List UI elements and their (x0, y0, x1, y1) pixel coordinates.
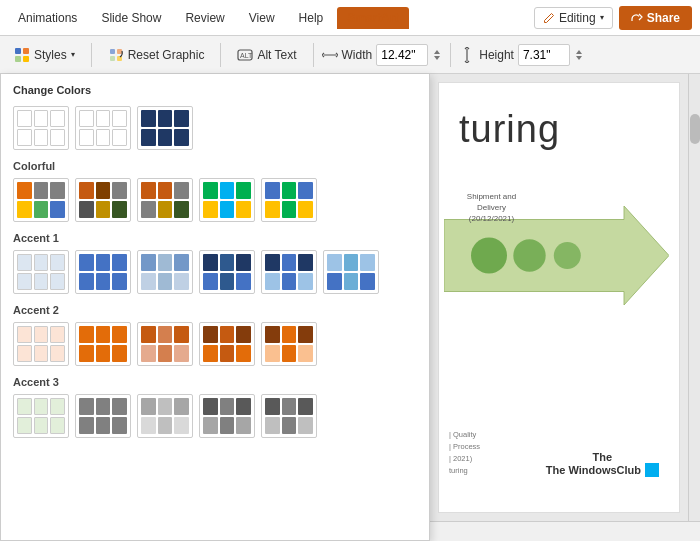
alt-text-button[interactable]: ALT Alt Text (229, 43, 304, 67)
height-field: Height (459, 44, 584, 66)
bottom-left-text: | Quality | Process | 2021) turing (449, 429, 480, 477)
swatch-a2-1[interactable] (13, 322, 69, 366)
menu-help[interactable]: Help (289, 7, 334, 29)
pencil-icon (543, 12, 555, 24)
slide-title: turing (459, 108, 560, 151)
width-icon (322, 47, 338, 63)
accent3-swatches (13, 394, 417, 438)
menu-smartart[interactable]: SmartArt (337, 7, 408, 29)
svg-text:ALT: ALT (240, 52, 253, 59)
alt-text-label: Alt Text (257, 48, 296, 62)
styles-label: Styles (34, 48, 67, 62)
swatch-dark[interactable] (137, 106, 193, 150)
svg-rect-6 (110, 56, 115, 61)
width-field: Width (322, 44, 443, 66)
svg-rect-2 (15, 56, 21, 62)
windows-icon (645, 463, 659, 477)
toolbar-separator-3 (313, 43, 314, 67)
height-icon (459, 47, 475, 63)
styles-chevron-icon: ▾ (71, 50, 75, 59)
height-input[interactable] (518, 44, 570, 66)
menu-slideshow[interactable]: Slide Show (91, 7, 171, 29)
styles-icon (14, 47, 30, 63)
swatch-colorful3[interactable] (137, 178, 193, 222)
menu-animations[interactable]: Animations (8, 7, 87, 29)
swatch-colorful1[interactable] (13, 178, 69, 222)
svg-point-12 (513, 239, 545, 271)
accent1-swatches (13, 250, 417, 294)
change-colors-panel: Change Colors (0, 74, 430, 541)
swatch-a3-5[interactable] (261, 394, 317, 438)
slide-content: turing Shipment and Delivery (20/12/2021… (438, 82, 680, 513)
svg-rect-3 (23, 56, 29, 62)
svg-point-13 (554, 242, 581, 269)
width-spinner-icon[interactable] (432, 47, 442, 63)
swatch-colorful4[interactable] (199, 178, 255, 222)
width-input[interactable] (376, 44, 428, 66)
reset-graphic-button[interactable]: Reset Graphic (100, 43, 213, 67)
share-icon (631, 12, 643, 24)
section-colorful-label: Colorful (13, 160, 417, 172)
section-accent1-label: Accent 1 (13, 232, 417, 244)
menu-review[interactable]: Review (175, 7, 234, 29)
swatch-a3-3[interactable] (137, 394, 193, 438)
swatch-colorful2[interactable] (75, 178, 131, 222)
height-spinner-icon[interactable] (574, 47, 584, 63)
share-label: Share (647, 11, 680, 25)
svg-rect-4 (110, 49, 115, 54)
panel-title: Change Colors (13, 84, 417, 96)
swatch-a2-2[interactable] (75, 322, 131, 366)
share-button[interactable]: Share (619, 6, 692, 30)
main-area: Change Colors (0, 74, 700, 541)
windowsclub-text: The The WindowsClub (546, 451, 659, 477)
toolbar: Styles ▾ Reset Graphic ALT Alt Text Widt… (0, 36, 700, 74)
toolbar-separator-2 (220, 43, 221, 67)
toolbar-separator-1 (91, 43, 92, 67)
svg-rect-0 (15, 48, 21, 54)
swatch-a2-3[interactable] (137, 322, 193, 366)
swatch-a1-3[interactable] (137, 250, 193, 294)
editing-label: Editing (559, 11, 596, 25)
swatch-a2-5[interactable] (261, 322, 317, 366)
colorful-swatches (13, 178, 417, 222)
swatch-colorful5[interactable] (261, 178, 317, 222)
swatch-a3-2[interactable] (75, 394, 131, 438)
editing-button[interactable]: Editing ▾ (534, 7, 613, 29)
height-label: Height (479, 48, 514, 62)
default-swatches (13, 106, 417, 150)
swatch-a2-4[interactable] (199, 322, 255, 366)
shipment-text: Shipment and Delivery (20/12/2021) (454, 191, 529, 225)
scrollbar-right[interactable] (688, 74, 700, 521)
swatch-outline1[interactable] (13, 106, 69, 150)
editing-chevron-icon: ▾ (600, 13, 604, 22)
menu-view[interactable]: View (239, 7, 285, 29)
width-label: Width (342, 48, 373, 62)
swatch-a1-4[interactable] (199, 250, 255, 294)
swatch-a1-6[interactable] (323, 250, 379, 294)
swatch-a3-4[interactable] (199, 394, 255, 438)
reset-icon (108, 47, 124, 63)
alt-text-icon: ALT (237, 47, 253, 63)
menu-bar: Animations Slide Show Review View Help S… (0, 0, 700, 36)
section-accent2-label: Accent 2 (13, 304, 417, 316)
reset-graphic-label: Reset Graphic (128, 48, 205, 62)
slide-area: turing Shipment and Delivery (20/12/2021… (430, 74, 700, 541)
swatch-a1-2[interactable] (75, 250, 131, 294)
swatch-a3-1[interactable] (13, 394, 69, 438)
section-accent3-label: Accent 3 (13, 376, 417, 388)
swatch-a1-1[interactable] (13, 250, 69, 294)
swatch-outline2[interactable] (75, 106, 131, 150)
accent2-swatches (13, 322, 417, 366)
styles-button[interactable]: Styles ▾ (6, 43, 83, 67)
svg-point-11 (471, 238, 507, 274)
svg-rect-1 (23, 48, 29, 54)
toolbar-separator-4 (450, 43, 451, 67)
swatch-a1-5[interactable] (261, 250, 317, 294)
svg-rect-5 (117, 49, 122, 54)
